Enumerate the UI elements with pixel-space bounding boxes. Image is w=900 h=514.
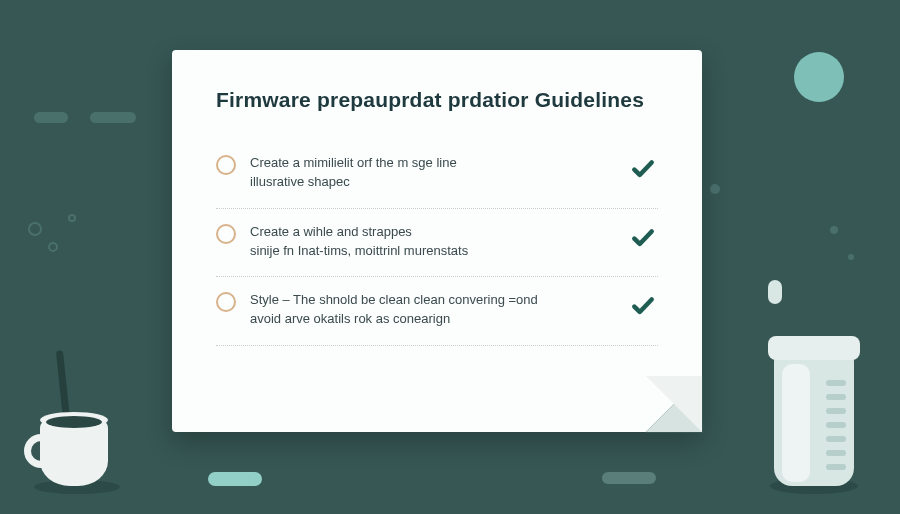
decor-dash [90, 112, 136, 123]
decor-dash [34, 112, 68, 123]
check-icon [630, 293, 658, 323]
check-icon [630, 156, 658, 186]
page-curl-icon [646, 376, 702, 432]
card-title: Firmware prepauprdat prdatior Guidelines [216, 88, 658, 112]
item-text: Create a mimilielit orf the m sge line i… [250, 154, 616, 192]
decor-pill [208, 472, 262, 486]
decor-bubble [48, 242, 58, 252]
decor-bubble [28, 222, 42, 236]
decor-dot [710, 184, 720, 194]
decor-circle [794, 52, 844, 102]
radio-icon [216, 155, 236, 175]
checklist-item: Style – The shnold be clean clean conver… [216, 277, 658, 346]
decor-capsule [768, 280, 782, 304]
checklist-item: Create a mimilielit orf the m sge line i… [216, 140, 658, 209]
guidelines-card: Firmware prepauprdat prdatior Guidelines… [172, 50, 702, 432]
item-text: Create a wihle and strappes sinije fn In… [250, 223, 616, 261]
decor-bubble [68, 214, 76, 222]
item-text: Style – The shnold be clean clean conver… [250, 291, 616, 329]
radio-icon [216, 292, 236, 312]
decor-dot [830, 226, 838, 234]
mug-illustration [24, 404, 116, 494]
radio-icon [216, 224, 236, 244]
checklist-item: Create a wihle and strappes sinije fn In… [216, 209, 658, 278]
check-icon [630, 225, 658, 255]
measuring-cup-illustration [768, 336, 860, 494]
decor-pill [602, 472, 656, 484]
decor-dot [848, 254, 854, 260]
